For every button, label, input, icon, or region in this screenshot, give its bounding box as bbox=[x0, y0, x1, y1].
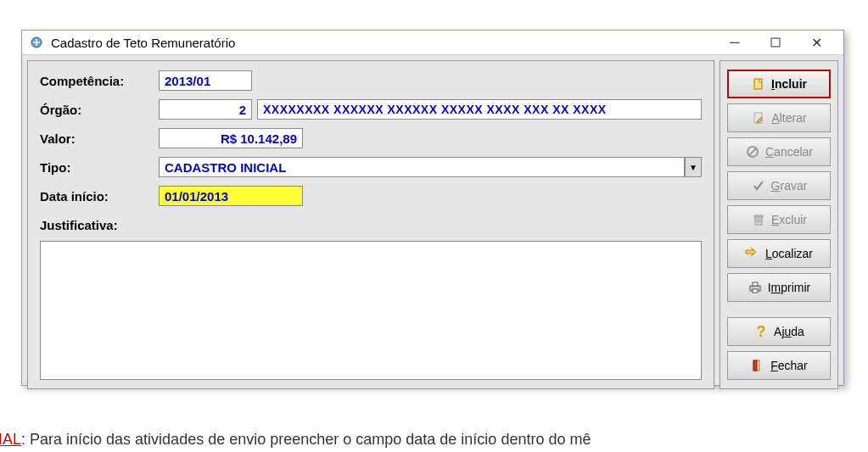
alterar-button[interactable]: Alterar bbox=[727, 103, 831, 132]
combo-dropdown-button[interactable]: ▼ bbox=[685, 157, 702, 177]
label-data-inicio: Data início: bbox=[40, 189, 159, 204]
svg-rect-7 bbox=[754, 215, 763, 217]
titlebar-controls: ─ ✕ bbox=[714, 31, 837, 54]
label-justificativa: Justificativa: bbox=[40, 218, 118, 232]
imprimir-label: Imprimir bbox=[768, 281, 811, 294]
window-body: Competência: 2013/01 Órgão: 2 XXXXXXXX X… bbox=[22, 55, 843, 394]
row-orgao: Órgão: 2 XXXXXXXX XXXXXX XXXXXX XXXXX XX… bbox=[40, 98, 702, 120]
valor-field[interactable]: R$ 10.142,89 bbox=[159, 128, 303, 148]
label-orgao: Órgão: bbox=[40, 103, 159, 117]
justificativa-textarea[interactable] bbox=[40, 241, 702, 380]
door-exit-icon bbox=[750, 358, 765, 373]
check-icon bbox=[751, 178, 766, 193]
incluir-label: Incluir bbox=[771, 77, 807, 91]
competencia-field[interactable]: 2013/01 bbox=[159, 70, 252, 91]
trash-icon bbox=[751, 212, 766, 227]
row-tipo: Tipo: CADASTRO INICIAL ▼ bbox=[40, 156, 702, 178]
gravar-button[interactable]: Gravar bbox=[727, 171, 831, 200]
cancelar-button[interactable]: Cancelar bbox=[727, 137, 831, 166]
dialog-window: Cadastro de Teto Remuneratório ─ ✕ Compe… bbox=[21, 30, 844, 386]
fechar-button[interactable]: Fechar bbox=[727, 351, 831, 380]
orgao-num-field[interactable]: 2 bbox=[159, 99, 252, 120]
app-icon bbox=[29, 35, 44, 50]
row-justificativa-label: Justificativa: bbox=[40, 214, 702, 236]
gravar-label: Gravar bbox=[771, 179, 808, 193]
document-new-icon bbox=[751, 76, 766, 92]
help-icon: ? bbox=[753, 324, 769, 339]
titlebar: Cadastro de Teto Remuneratório ─ ✕ bbox=[22, 31, 843, 55]
label-competencia: Competência: bbox=[40, 74, 159, 88]
cancelar-label: Cancelar bbox=[765, 145, 813, 159]
row-data-inicio: Data início: 01/01/2013 bbox=[40, 185, 702, 207]
svg-rect-1 bbox=[771, 38, 780, 47]
localizar-button[interactable]: Localizar bbox=[727, 239, 831, 268]
footer-main: : Para início das atividades de envio pr… bbox=[21, 431, 591, 448]
form-panel: Competência: 2013/01 Órgão: 2 XXXXXXXX X… bbox=[27, 60, 714, 389]
close-window-button[interactable]: ✕ bbox=[796, 31, 837, 54]
imprimir-button[interactable]: Imprimir bbox=[727, 273, 831, 302]
row-valor: Valor: R$ 10.142,89 bbox=[40, 127, 702, 149]
localizar-label: Localizar bbox=[765, 247, 813, 260]
excluir-button[interactable]: Excluir bbox=[727, 205, 831, 234]
document-edit-icon bbox=[751, 110, 766, 126]
pointer-icon bbox=[745, 246, 760, 261]
data-inicio-field[interactable]: 01/01/2013 bbox=[159, 186, 303, 206]
svg-rect-13 bbox=[753, 289, 758, 293]
fechar-label: Fechar bbox=[770, 359, 808, 372]
excluir-label: Excluir bbox=[771, 213, 807, 226]
label-valor: Valor: bbox=[40, 131, 159, 146]
svg-line-5 bbox=[749, 148, 756, 155]
maximize-button[interactable] bbox=[755, 31, 796, 54]
window-title: Cadastro de Teto Remuneratório bbox=[51, 36, 714, 50]
incluir-button[interactable]: Incluir bbox=[727, 70, 831, 98]
printer-icon bbox=[748, 280, 763, 295]
cancel-icon bbox=[745, 144, 760, 159]
orgao-desc-field: XXXXXXXX XXXXXX XXXXXX XXXXX XXXX XXX XX… bbox=[257, 99, 702, 120]
tipo-combo[interactable]: CADASTRO INICIAL ▼ bbox=[159, 157, 702, 177]
alterar-label: Alterar bbox=[771, 111, 806, 125]
ajuda-button[interactable]: ? Ajuda bbox=[727, 317, 831, 346]
footer-text: RO INICIAL: Para início das atividades d… bbox=[0, 431, 868, 449]
svg-rect-12 bbox=[753, 282, 758, 286]
ajuda-label: Ajuda bbox=[774, 325, 804, 338]
svg-rect-2 bbox=[754, 79, 762, 89]
footer-red: RO INICIAL bbox=[0, 431, 21, 448]
svg-rect-15 bbox=[753, 360, 757, 371]
row-competencia: Competência: 2013/01 bbox=[40, 70, 702, 92]
tipo-field[interactable]: CADASTRO INICIAL bbox=[159, 157, 685, 177]
minimize-button[interactable]: ─ bbox=[714, 31, 755, 54]
label-tipo: Tipo: bbox=[40, 160, 159, 175]
button-panel: Incluir Alterar Cancelar Gravar bbox=[720, 60, 838, 389]
